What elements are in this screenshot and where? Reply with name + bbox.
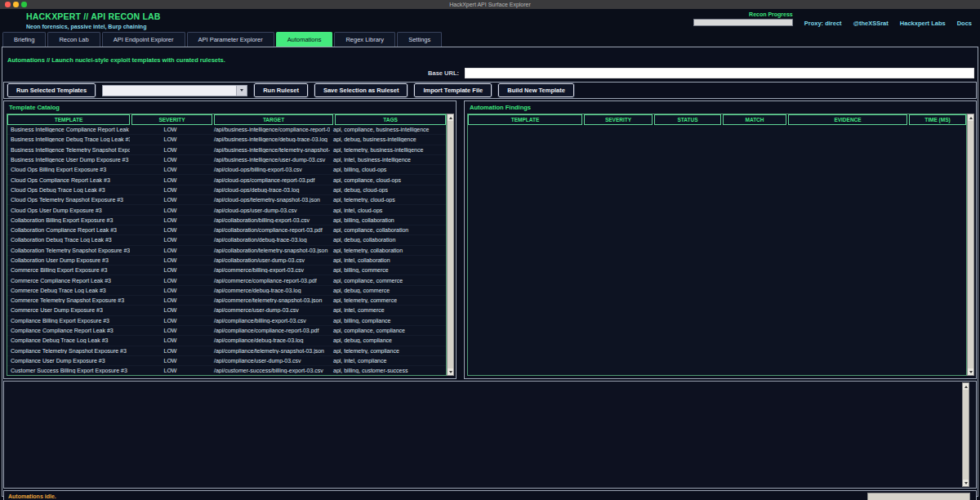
cell-template: Customer Success Billing Export Exposure… bbox=[7, 368, 130, 373]
cell-target: /api/commerce/user-dump-03.csv bbox=[211, 307, 330, 313]
table-row[interactable]: Collaboration Billing Export Exposure #3… bbox=[7, 216, 446, 225]
table-row[interactable]: Collaboration Debug Trace Log Leak #3LOW… bbox=[7, 235, 446, 245]
table-row[interactable]: Commerce Telemetry Snapshot Exposure #3L… bbox=[7, 296, 446, 306]
cell-severity: LOW bbox=[130, 297, 211, 303]
base-url-input[interactable] bbox=[465, 68, 974, 78]
window-titlebar: HackXpert API Surface Explorer bbox=[0, 0, 980, 9]
cell-severity: LOW bbox=[130, 368, 211, 373]
automations-toolbar: Run Selected Templates Run Ruleset Save … bbox=[3, 82, 977, 99]
save-selection-as-ruleset-button[interactable]: Save Selection as Ruleset bbox=[314, 83, 408, 97]
cell-severity: LOW bbox=[130, 318, 211, 324]
column-header-template[interactable]: TEMPLATE bbox=[7, 114, 130, 125]
minimize-icon[interactable] bbox=[13, 2, 19, 7]
column-header-time-ms[interactable]: TIME (MS) bbox=[909, 114, 966, 125]
table-row[interactable]: Compliance Billing Export Exposure #3LOW… bbox=[7, 316, 446, 326]
table-row[interactable]: Compliance User Dump Exposure #3LOW/api/… bbox=[7, 356, 446, 366]
table-row[interactable]: Business Intelligence User Dump Exposure… bbox=[7, 155, 446, 165]
cell-severity: LOW bbox=[130, 227, 211, 233]
automation-findings-panel: Automation Findings TEMPLATESEVERITYSTAT… bbox=[464, 100, 977, 379]
cell-severity: LOW bbox=[130, 278, 211, 283]
recon-progress-bar bbox=[693, 19, 793, 26]
cell-severity: LOW bbox=[130, 267, 211, 273]
table-row[interactable]: Compliance Telemetry Snapshot Exposure #… bbox=[7, 346, 446, 356]
table-row[interactable]: Compliance Debug Trace Log Leak #3LOW/ap… bbox=[7, 336, 446, 346]
automation-findings-scrollbar[interactable] bbox=[967, 114, 974, 376]
cell-tags: api, billing, cloud-ops bbox=[330, 167, 446, 172]
cell-tags: api, telemetry, business-intelligence bbox=[330, 147, 446, 153]
cell-template: Cloud Ops Debug Trace Log Leak #3 bbox=[7, 187, 130, 193]
table-row[interactable]: Commerce Billing Export Exposure #3LOW/a… bbox=[7, 266, 446, 275]
tab-settings[interactable]: Settings bbox=[397, 32, 442, 47]
table-row[interactable]: Cloud Ops Telemetry Snapshot Exposure #3… bbox=[7, 195, 446, 205]
maximize-icon[interactable] bbox=[21, 2, 27, 7]
table-row[interactable]: Business Intelligence Debug Trace Log Le… bbox=[7, 135, 446, 145]
scrollbar-thumb[interactable] bbox=[448, 121, 453, 368]
scroll-up-icon[interactable] bbox=[968, 114, 973, 121]
table-row[interactable]: Collaboration Compliance Report Leak #3L… bbox=[7, 225, 446, 235]
column-header-status[interactable]: STATUS bbox=[654, 114, 721, 125]
column-header-template[interactable]: TEMPLATE bbox=[468, 114, 582, 125]
run-ruleset-button[interactable]: Run Ruleset bbox=[254, 83, 308, 97]
table-row[interactable]: Commerce User Dump Exposure #3LOW/api/co… bbox=[7, 306, 446, 315]
column-header-severity[interactable]: SEVERITY bbox=[131, 114, 212, 125]
tab-api-parameter-explorer[interactable]: API Parameter Explorer bbox=[187, 32, 274, 47]
tab-regex-library[interactable]: Regex Library bbox=[334, 32, 395, 47]
table-row[interactable]: Compliance Compliance Report Leak #3LOW/… bbox=[7, 326, 446, 336]
cell-target: /api/compliance/billing-export-03.csv bbox=[211, 318, 330, 324]
table-row[interactable]: Business Intelligence Compliance Report … bbox=[7, 125, 446, 135]
scrollbar-thumb[interactable] bbox=[963, 390, 969, 480]
cell-target: /api/cloud-ops/billing-export-03.csv bbox=[211, 167, 330, 172]
cell-tags: api, debug, business-intelligence bbox=[330, 136, 446, 142]
cell-template: Business Intelligence User Dump Exposure… bbox=[7, 157, 130, 163]
column-header-severity[interactable]: SEVERITY bbox=[584, 114, 653, 125]
table-row[interactable]: Collaboration User Dump Exposure #3LOW/a… bbox=[7, 256, 446, 266]
cell-template: Commerce Compliance Report Leak #3 bbox=[7, 278, 130, 283]
column-header-match[interactable]: MATCH bbox=[723, 114, 786, 125]
cell-severity: LOW bbox=[130, 337, 211, 343]
ruleset-select[interactable] bbox=[102, 85, 247, 96]
scroll-down-icon[interactable] bbox=[963, 480, 969, 486]
import-template-file-button[interactable]: Import Template File bbox=[414, 83, 492, 97]
automation-findings-header: TEMPLATESEVERITYSTATUSMATCHEVIDENCETIME … bbox=[468, 114, 966, 125]
tab-automations[interactable]: Automations bbox=[276, 32, 333, 47]
table-row[interactable]: Collaboration Telemetry Snapshot Exposur… bbox=[7, 246, 446, 256]
cell-tags: api, telemetry, collaboration bbox=[330, 248, 446, 253]
table-row[interactable]: Business Intelligence Telemetry Snapshot… bbox=[7, 145, 446, 155]
scroll-up-icon[interactable] bbox=[963, 383, 969, 390]
scroll-down-icon[interactable] bbox=[448, 368, 453, 375]
table-row[interactable]: Customer Success Billing Export Exposure… bbox=[7, 366, 446, 375]
run-selected-templates-button[interactable]: Run Selected Templates bbox=[7, 83, 96, 97]
chevron-down-icon[interactable] bbox=[236, 86, 247, 96]
table-row[interactable]: Commerce Debug Trace Log Leak #3LOW/api/… bbox=[7, 286, 446, 296]
link-proxy-direct[interactable]: Proxy: direct bbox=[804, 20, 842, 27]
table-row[interactable]: Commerce Compliance Report Leak #3LOW/ap… bbox=[7, 275, 446, 285]
table-row[interactable]: Cloud Ops Compliance Report Leak #3LOW/a… bbox=[7, 175, 446, 185]
cell-tags: api, debug, commerce bbox=[330, 288, 446, 293]
cell-target: /api/compliance/compliance-report-03.pdf bbox=[211, 328, 330, 333]
table-row[interactable]: Cloud Ops User Dump Exposure #3LOW/api/c… bbox=[7, 205, 446, 215]
tab-briefing[interactable]: Briefing bbox=[2, 32, 46, 47]
link-docs[interactable]: Docs bbox=[957, 20, 972, 27]
column-header-target[interactable]: TARGET bbox=[214, 114, 333, 125]
scrollbar-thumb[interactable] bbox=[968, 121, 973, 368]
cell-severity: LOW bbox=[130, 248, 211, 253]
output-log-scrollbar[interactable] bbox=[962, 382, 969, 487]
template-catalog-scrollbar[interactable] bbox=[447, 114, 454, 376]
scroll-down-icon[interactable] bbox=[968, 368, 973, 375]
status-text: Automations idle. bbox=[8, 493, 56, 499]
scroll-up-icon[interactable] bbox=[448, 114, 453, 121]
column-header-tags[interactable]: TAGS bbox=[335, 114, 446, 125]
link-hackxpert-labs[interactable]: Hackxpert Labs bbox=[900, 20, 946, 27]
base-url-label: Base URL: bbox=[428, 69, 459, 77]
tab-api-endpoint-explorer[interactable]: API Endpoint Explorer bbox=[102, 32, 185, 47]
table-row[interactable]: Cloud Ops Debug Trace Log Leak #3LOW/api… bbox=[7, 185, 446, 195]
cell-template: Cloud Ops Telemetry Snapshot Exposure #3 bbox=[7, 197, 130, 203]
build-new-template-button[interactable]: Build New Template bbox=[498, 83, 574, 97]
tab-recon-lab[interactable]: Recon Lab bbox=[47, 32, 100, 47]
link-thexssrat[interactable]: @theXSSrat bbox=[853, 20, 889, 27]
cell-target: /api/business-intelligence/compliance-re… bbox=[211, 127, 330, 132]
table-row[interactable]: Cloud Ops Billing Export Exposure #3LOW/… bbox=[7, 165, 446, 175]
app-subtitle: Neon forensics, passive intel, Burp chai… bbox=[26, 24, 161, 29]
column-header-evidence[interactable]: EVIDENCE bbox=[788, 114, 907, 125]
close-icon[interactable] bbox=[5, 2, 11, 7]
